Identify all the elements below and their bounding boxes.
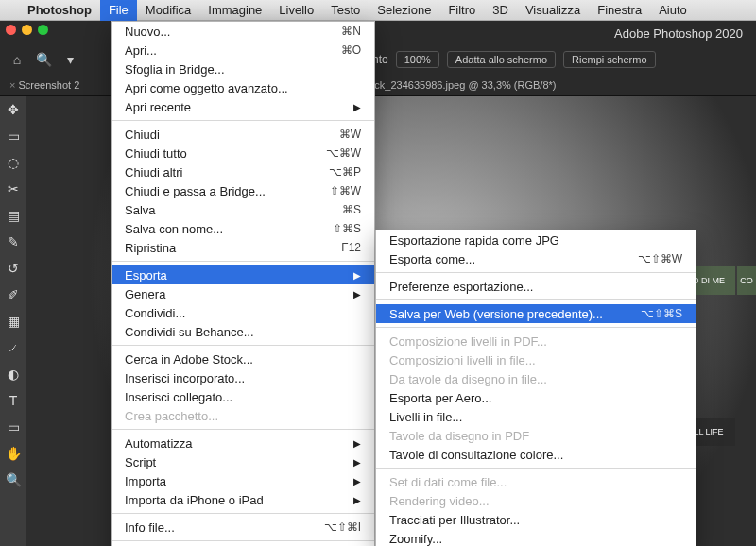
menu-separator [112, 120, 374, 121]
menubar-item-finestra[interactable]: Finestra [589, 0, 650, 21]
file-menu-item[interactable]: Inserisci collegato... [112, 387, 374, 406]
export-menu-item[interactable]: Esporta come...⌥⇧⌘W [376, 249, 696, 268]
file-menu-item[interactable]: Genera▶ [112, 284, 374, 303]
menu-item-label: Chiudi altri [125, 165, 182, 179]
fit-screen-button[interactable]: Adatta allo schermo [447, 51, 556, 68]
document-tab[interactable]: Screenshot 2 [9, 79, 79, 91]
tool-icon[interactable]: ◌ [8, 155, 19, 172]
tool-icon[interactable]: ⟋ [7, 340, 20, 357]
file-menu-item[interactable]: Inserisci incorporato... [112, 368, 374, 387]
file-menu-item[interactable]: Salva con nome...⇧⌘S [112, 219, 374, 238]
file-menu-item[interactable]: Esporta▶ [112, 265, 374, 284]
export-menu-item[interactable]: Salva per Web (versione precedente)...⌥⇧… [376, 304, 696, 323]
menu-shortcut: ⌥⇧⌘I [296, 520, 361, 534]
menubar-item-livello[interactable]: Livello [270, 0, 322, 21]
menu-item-label: Esporta per Aero... [389, 391, 491, 405]
file-menu-item: Crea pacchetto... [112, 406, 374, 425]
file-menu-item[interactable]: Sfoglia in Bridge... [112, 60, 374, 78]
menu-item-label: Importa [125, 474, 166, 488]
menu-item-label: Script [125, 455, 156, 469]
menubar-item-file[interactable]: File [100, 0, 137, 21]
file-menu-item[interactable]: Cerca in Adobe Stock... [112, 350, 374, 368]
menubar-item-testo[interactable]: Testo [322, 0, 369, 21]
submenu-arrow-icon: ▶ [325, 476, 361, 486]
menu-item-label: Ripristina [125, 241, 176, 255]
file-menu-item[interactable]: RipristinaF12 [112, 238, 374, 257]
file-menu-item[interactable]: Nuovo...⌘N [112, 22, 374, 41]
menu-item-label: Zoomify... [389, 532, 442, 546]
menu-item-label: Livelli in file... [389, 410, 462, 424]
export-menu-item[interactable]: Esportazione rapida come JPG [376, 230, 696, 249]
file-menu-item[interactable]: Chiudi e passa a Bridge...⇧⌘W [112, 181, 374, 200]
menu-item-label: Apri come oggetto avanzato... [125, 81, 288, 95]
export-menu-item[interactable]: Livelli in file... [376, 407, 696, 426]
export-menu-item[interactable]: Zoomify... [376, 529, 696, 546]
tool-icon[interactable]: T [9, 393, 18, 410]
tools-panel: ✥▭◌✂▤✎↺✐▦⟋◐T▭✋🔍 [0, 96, 26, 546]
menubar-item-filtro[interactable]: Filtro [439, 0, 484, 21]
export-menu-item[interactable]: Preferenze esportazione... [376, 277, 696, 296]
zoom-100-button[interactable]: 100% [396, 51, 439, 68]
menu-separator [376, 299, 696, 300]
menubar-item-3d[interactable]: 3D [484, 0, 517, 21]
file-menu-item[interactable]: Salva⌘S [112, 200, 374, 219]
menubar-item-immagine[interactable]: Immagine [199, 0, 270, 21]
menubar-item-modifica[interactable]: Modifica [137, 0, 199, 21]
search-icon[interactable]: 🔍 [34, 52, 53, 67]
file-menu-item[interactable]: Automatizza▶ [112, 434, 374, 452]
menubar-item-visualizza[interactable]: Visualizza [517, 0, 589, 21]
menubar-item-selezione[interactable]: Selezione [369, 0, 439, 21]
file-menu: Nuovo...⌘NApri...⌘OSfoglia in Bridge...A… [111, 21, 375, 546]
menubar-item-aiuto[interactable]: Aiuto [650, 0, 696, 21]
export-menu-item[interactable]: Tavole di consultazione colore... [376, 445, 696, 464]
overlay-badge: CO [737, 266, 756, 295]
file-menu-item[interactable]: Condividi su Behance... [112, 322, 374, 341]
tool-icon[interactable]: ✂ [8, 181, 19, 198]
file-menu-item[interactable]: Importa da iPhone o iPad▶ [112, 490, 374, 509]
menu-item-label: Esportazione rapida come JPG [389, 233, 559, 247]
tool-icon[interactable]: ✥ [8, 102, 19, 119]
menu-item-label: Chiudi [125, 128, 160, 142]
close-window-button[interactable] [6, 25, 16, 35]
tool-icon[interactable]: ↺ [8, 261, 19, 278]
file-menu-item[interactable]: Chiudi altri⌥⌘P [112, 162, 374, 181]
home-icon[interactable]: ⌂ [8, 52, 26, 67]
menu-item-label: Composizione livelli in PDF... [389, 334, 547, 349]
fill-screen-button[interactable]: Riempi schermo [563, 51, 655, 68]
menu-item-label: Nuovo... [125, 25, 170, 39]
tool-icon[interactable]: ✎ [8, 234, 19, 251]
document-tab[interactable]: Stock_234635986.jpeg @ 33,3% (RGB/8*) [350, 79, 556, 91]
tool-icon[interactable]: ▭ [8, 419, 20, 436]
file-menu-item[interactable]: Apri...⌘O [112, 41, 374, 60]
export-menu-item[interactable]: Tracciati per Illustrator... [376, 510, 696, 529]
file-menu-item[interactable]: Importa▶ [112, 471, 374, 490]
menu-item-label: Genera [125, 287, 165, 301]
file-menu-item[interactable]: Apri recente▶ [112, 97, 374, 116]
minimize-window-button[interactable] [22, 25, 32, 35]
menu-item-label: Set di dati come file... [389, 475, 507, 489]
file-menu-item[interactable]: Chiudi tutto⌥⌘W [112, 144, 374, 162]
tool-icon[interactable]: ◐ [8, 367, 19, 384]
tool-icon[interactable]: ▦ [8, 314, 20, 331]
export-menu-item: Composizione livelli in PDF... [376, 332, 696, 350]
file-menu-item[interactable]: Script▶ [112, 452, 374, 471]
menu-shortcut: ⇧⌘S [304, 222, 361, 235]
tool-icon[interactable]: ✐ [8, 287, 19, 304]
file-menu-item[interactable]: Info file...⌥⇧⌘I [112, 518, 374, 537]
export-menu-item[interactable]: Esporta per Aero... [376, 388, 696, 407]
file-menu-item[interactable]: Condividi... [112, 303, 374, 322]
zoom-window-button[interactable] [38, 25, 48, 35]
tool-icon[interactable]: ✋ [6, 446, 22, 463]
menu-shortcut: ⇧⌘W [301, 184, 361, 197]
tool-icon[interactable]: ▭ [8, 128, 20, 145]
submenu-arrow-icon: ▶ [325, 457, 361, 468]
tool-icon[interactable]: ▤ [8, 208, 20, 225]
file-menu-item[interactable]: Apri come oggetto avanzato... [112, 78, 374, 97]
menu-item-label: Preferenze esportazione... [389, 280, 533, 294]
tool-icon[interactable]: 🔍 [6, 472, 22, 489]
submenu-arrow-icon: ▶ [325, 270, 361, 281]
dropdown-icon[interactable]: ▾ [60, 52, 79, 67]
mac-menubar: Photoshop FileModificaImmagineLivelloTes… [0, 0, 756, 21]
file-menu-item[interactable]: Chiudi⌘W [112, 125, 374, 144]
app-name[interactable]: Photoshop [19, 3, 100, 17]
